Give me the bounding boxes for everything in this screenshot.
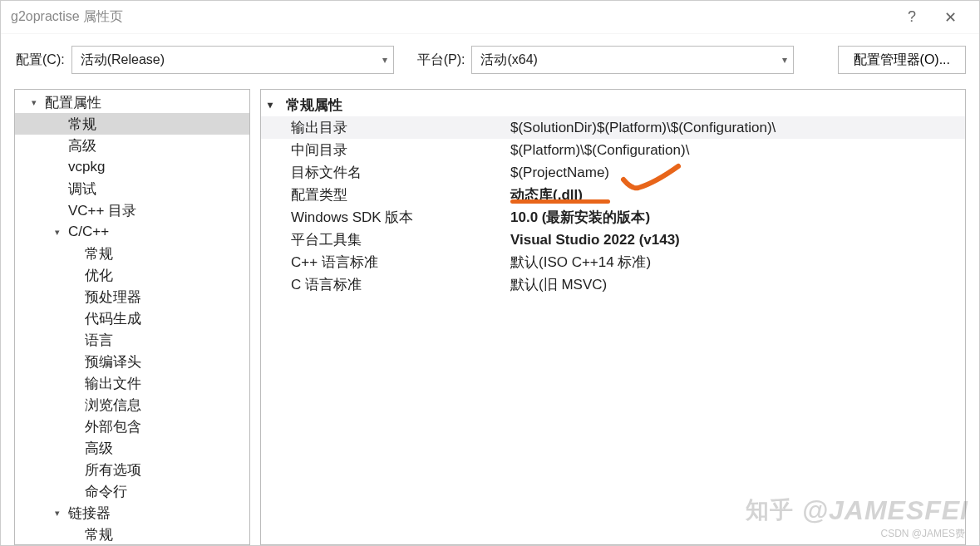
tree-item[interactable]: 预处理器 (15, 286, 249, 307)
tree-item[interactable]: 外部包含 (15, 416, 249, 437)
prop-value[interactable]: Visual Studio 2022 (v143) (510, 232, 965, 248)
tree-item-label: 常规 (68, 115, 96, 134)
prop-row[interactable]: 中间目录$(Platform)\$(Configuration)\ (261, 139, 965, 161)
tree-item[interactable]: ▾配置属性 (15, 91, 249, 113)
tree-item-label: 调试 (68, 180, 96, 199)
tree-item-label: 高级 (68, 136, 96, 155)
prop-value[interactable]: 10.0 (最新安装的版本) (510, 208, 965, 227)
tree-item-label: 命令行 (85, 482, 127, 501)
tree-item[interactable]: 高级 (15, 135, 249, 156)
group-title: 常规属性 (286, 96, 342, 115)
tree-item-label: 预处理器 (85, 288, 141, 307)
prop-row[interactable]: 目标文件名$(ProjectName) (261, 161, 965, 184)
tree-item-label: VC++ 目录 (68, 201, 136, 220)
tree-item[interactable]: 调试 (15, 178, 249, 199)
prop-value[interactable]: $(ProjectName) (510, 165, 965, 181)
prop-row[interactable]: C 语言标准默认(旧 MSVC) (261, 273, 965, 296)
prop-value[interactable]: 默认(ISO C++14 标准) (510, 253, 965, 272)
tree-item-label: 所有选项 (85, 460, 141, 480)
property-grid[interactable]: ▾常规属性输出目录$(SolutionDir)$(Platform)\$(Con… (260, 89, 966, 545)
body: ▾配置属性常规高级vcpkg调试VC++ 目录▾C/C++常规优化预处理器代码生… (1, 86, 979, 545)
prop-label: Windows SDK 版本 (261, 208, 510, 227)
tree-item[interactable]: VC++ 目录 (15, 199, 249, 221)
prop-label: 配置类型 (261, 185, 510, 204)
tree-item[interactable]: 高级 (15, 437, 249, 459)
tree-item[interactable]: 命令行 (15, 480, 249, 502)
tree-item[interactable]: 常规 (15, 524, 249, 545)
tree-item[interactable]: 预编译头 (15, 351, 249, 372)
tree-item-label: 配置属性 (45, 93, 101, 112)
prop-label: C++ 语言标准 (261, 253, 510, 272)
prop-value[interactable]: $(Platform)\$(Configuration)\ (510, 142, 965, 159)
tree-item[interactable]: 所有选项 (15, 459, 249, 480)
tree-item-label: 语言 (85, 331, 113, 350)
config-label: 配置(C): (16, 52, 65, 69)
platform-value: 活动(x64) (471, 46, 794, 74)
help-button[interactable]: ? (893, 8, 931, 26)
tree-item[interactable]: 代码生成 (15, 307, 249, 329)
caret-icon: ▾ (32, 97, 45, 108)
prop-label: 目标文件名 (261, 163, 510, 182)
config-manager-button[interactable]: 配置管理器(O)... (838, 46, 966, 74)
tree-item[interactable]: 常规 (15, 243, 249, 264)
tree-item-label: 外部包含 (85, 417, 141, 436)
tree-item-label: vcpkg (68, 159, 105, 175)
tree-item-label: C/C++ (68, 224, 109, 240)
watermark-sub: CSDN @JAMES费 (880, 527, 965, 541)
prop-row[interactable]: 平台工具集Visual Studio 2022 (v143) (261, 229, 965, 251)
tree-item-label: 常规 (85, 525, 113, 544)
tree-item-label: 浏览信息 (85, 396, 141, 415)
tree-item[interactable]: 优化 (15, 264, 249, 286)
platform-combo[interactable]: 活动(x64) ▾ (471, 46, 794, 74)
tree-item[interactable]: 浏览信息 (15, 394, 249, 416)
chevron-down-icon: ▾ (268, 99, 286, 111)
tree-item-label: 优化 (85, 266, 113, 285)
prop-value[interactable]: $(SolutionDir)$(Platform)\$(Configuratio… (510, 120, 965, 136)
prop-row[interactable]: Windows SDK 版本10.0 (最新安装的版本) (261, 206, 965, 229)
platform-label: 平台(P): (417, 52, 465, 69)
prop-label: 平台工具集 (261, 230, 510, 249)
tree-item[interactable]: ▾链接器 (15, 502, 249, 524)
tree-item-label: 代码生成 (85, 309, 141, 328)
tree-item-label: 预编译头 (85, 352, 141, 371)
prop-row[interactable]: 配置类型动态库(.dll) (261, 184, 965, 206)
nav-tree[interactable]: ▾配置属性常规高级vcpkg调试VC++ 目录▾C/C++常规优化预处理器代码生… (14, 89, 250, 545)
prop-label: 中间目录 (261, 140, 510, 160)
tree-item-label: 链接器 (68, 504, 111, 523)
watermark-handle: @JAMESFEI (802, 495, 968, 526)
tree-item[interactable]: 输出文件 (15, 372, 249, 394)
tree-item[interactable]: ▾C/C++ (15, 221, 249, 243)
prop-value[interactable]: 默认(旧 MSVC) (510, 275, 965, 294)
tree-item-label: 高级 (85, 439, 113, 458)
prop-row[interactable]: C++ 语言标准默认(ISO C++14 标准) (261, 251, 965, 273)
annotation-check-icon (618, 161, 683, 199)
tree-item[interactable]: 语言 (15, 329, 249, 351)
group-header[interactable]: ▾常规属性 (261, 93, 965, 116)
config-value: 活动(Release) (71, 46, 394, 74)
caret-icon: ▾ (55, 508, 68, 519)
window-title: g2opractise 属性页 (11, 8, 123, 26)
tree-item[interactable]: vcpkg (15, 156, 249, 178)
config-combo[interactable]: 活动(Release) ▾ (71, 46, 394, 74)
prop-label: 输出目录 (261, 118, 510, 137)
tree-item-label: 输出文件 (85, 374, 141, 393)
watermark-main: 知乎 @JAMESFEI (746, 494, 968, 526)
watermark-zhihu: 知乎 (746, 494, 794, 526)
tree-item[interactable]: 常规 (15, 113, 249, 135)
toolbar: 配置(C): 活动(Release) ▾ 平台(P): 活动(x64) ▾ 配置… (1, 34, 979, 86)
close-button[interactable]: ✕ (931, 8, 969, 27)
annotation-underline (510, 199, 610, 204)
titlebar: g2opractise 属性页 ? ✕ (1, 1, 979, 34)
tree-item-label: 常规 (85, 244, 113, 263)
prop-label: C 语言标准 (261, 275, 510, 294)
property-page-window: g2opractise 属性页 ? ✕ 配置(C): 活动(Release) ▾… (0, 0, 980, 546)
prop-row[interactable]: 输出目录$(SolutionDir)$(Platform)\$(Configur… (261, 116, 965, 139)
caret-icon: ▾ (55, 227, 68, 238)
